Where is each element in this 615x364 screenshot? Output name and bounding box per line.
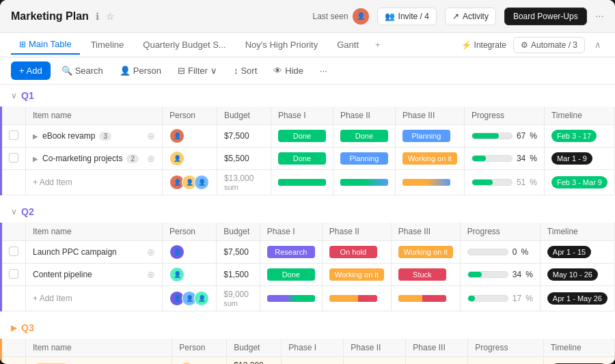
- row-phase3: Working on it: [391, 241, 460, 264]
- tab-quarterly-budget[interactable]: Quarterly Budget S...: [135, 36, 234, 54]
- q3-sum-phase1: [282, 357, 344, 365]
- row-add-icon[interactable]: ⊕: [147, 130, 155, 141]
- sum-phase3-q2: [391, 286, 460, 311]
- titlebar-left: Marketing Plan ℹ ☆: [11, 10, 313, 23]
- q1-toggle-icon[interactable]: ∨: [11, 91, 17, 100]
- q3-toggle-icon[interactable]: ▶: [11, 323, 17, 333]
- q2-table-wrap: Item name Person Budget Phase I Phase II…: [0, 223, 615, 311]
- row-checkbox[interactable]: [1, 241, 26, 264]
- person-cell: 👤: [169, 151, 210, 166]
- row-item-name: Content pipeline ⊕: [26, 264, 163, 286]
- person-avatar: 👤: [169, 244, 184, 260]
- row-checkbox[interactable]: [1, 148, 26, 170]
- tab-noy-high-priority[interactable]: Noy's High Priority: [237, 36, 327, 54]
- row-item-name: ▶ Co-marketing projects 2 ⊕: [26, 148, 163, 170]
- row-phase2: Done: [333, 125, 395, 148]
- expand-icon[interactable]: ▶: [33, 132, 38, 140]
- add-item-label[interactable]: + Add Item: [26, 170, 163, 195]
- sum-phase2-q2: [322, 286, 391, 311]
- row-budget: $5,500: [217, 148, 271, 170]
- checkbox-input[interactable]: [9, 269, 18, 279]
- more-options-icon[interactable]: ···: [595, 10, 604, 23]
- titlebar: Marketing Plan ℹ ☆ Last seen 👤 👥 Invite …: [0, 0, 615, 33]
- checkbox-input[interactable]: [9, 153, 18, 163]
- search-button[interactable]: 🔍 Search: [56, 62, 109, 79]
- row-person: 👤: [163, 241, 217, 264]
- progress-bar-fill: [472, 156, 486, 161]
- q3-sum-phase3: [406, 357, 468, 365]
- row-add-icon[interactable]: ⊕: [147, 269, 155, 280]
- filter-button[interactable]: ⊟ Filter ∨: [172, 62, 223, 79]
- person-cell: 👤: [169, 244, 209, 260]
- person-cell: 👤: [169, 128, 210, 143]
- add-tab-icon[interactable]: +: [370, 36, 386, 54]
- col-phase3: Phase III: [395, 107, 464, 125]
- group-q3-header[interactable]: ▶ Q3: [0, 317, 615, 339]
- person-cell: 👤: [169, 267, 209, 282]
- phase1-badge: Done: [278, 152, 326, 165]
- col-person: Person: [163, 107, 217, 125]
- tabs-more-icon[interactable]: ∧: [592, 37, 604, 53]
- col-phase2: Phase II: [322, 223, 391, 241]
- hide-button[interactable]: 👁 Hide: [268, 62, 309, 79]
- last-seen-label: Last seen 👤: [313, 8, 369, 25]
- row-checkbox[interactable]: [1, 264, 26, 286]
- row-add-icon[interactable]: ⊕: [147, 153, 155, 164]
- checkbox-input[interactable]: [9, 130, 18, 140]
- progress-cell: 67%: [472, 131, 537, 141]
- col-progress: Progress: [464, 107, 544, 125]
- expand-icon[interactable]: ▶: [33, 155, 38, 163]
- tab-gantt[interactable]: Gantt: [329, 36, 367, 54]
- star-icon[interactable]: ☆: [106, 11, 115, 22]
- q2-toggle-icon[interactable]: ∨: [11, 207, 17, 216]
- add-item-row[interactable]: + Add Item 👤 👤 👤 $13,000: [1, 170, 615, 195]
- checkbox-input[interactable]: [9, 247, 18, 256]
- progress-bar-fill: [468, 272, 482, 277]
- sum-progress-bg-q2: [467, 295, 508, 302]
- content-area: ∨ Q1 Item name Person Budget Phase I Pha…: [0, 85, 615, 364]
- sum-phase2: [333, 170, 395, 195]
- more-toolbar-button[interactable]: ···: [314, 62, 333, 79]
- toolbar: + Add 🔍 Search 👤 Person ⊟ Filter ∨ ↕ Sor…: [0, 57, 615, 85]
- automate-button[interactable]: ⚙ Automate / 3: [513, 37, 585, 53]
- row-timeline: Mar 1 - 9: [544, 148, 614, 170]
- timeline-badge: Apr 1 - 15: [547, 246, 591, 258]
- q3-collapsed-row[interactable]: 2 Items 👤 $12,000 sum: [1, 357, 615, 365]
- phase3-badge: Working on it: [398, 246, 453, 258]
- col-progress: Progress: [460, 223, 540, 241]
- row-checkbox[interactable]: [1, 125, 26, 148]
- invite-button[interactable]: 👥 Invite / 4: [377, 8, 437, 25]
- sum-progress-cell-q2: 17%: [467, 294, 533, 303]
- sum-progress-fill: [472, 180, 493, 185]
- add-item-row-q2[interactable]: + Add Item 👤 👤 👤 $9,000: [1, 286, 615, 311]
- progress-bar-bg: [467, 249, 508, 255]
- row-add-icon[interactable]: ⊕: [147, 247, 155, 257]
- sum-phase3: [395, 170, 464, 195]
- row-budget: $7,500: [217, 241, 260, 264]
- person-button[interactable]: 👤 Person: [114, 62, 167, 79]
- row-phase2: On hold: [322, 241, 391, 264]
- row-person: 👤: [163, 125, 217, 148]
- row-timeline: May 10 - 26: [540, 264, 614, 286]
- group-q2-header[interactable]: ∨ Q2: [0, 201, 615, 223]
- integrate-button[interactable]: ⚡ Integrate: [461, 40, 506, 50]
- board-power-ups-button[interactable]: Board Power-Ups: [504, 8, 587, 25]
- add-button[interactable]: + Add: [11, 61, 51, 80]
- tab-main-table[interactable]: ⊞ Main Table: [11, 35, 80, 55]
- row-phase3: Planning: [395, 125, 464, 148]
- tab-timeline[interactable]: Timeline: [83, 36, 133, 54]
- row-person: 👤: [163, 264, 217, 286]
- info-icon[interactable]: ℹ: [96, 11, 99, 22]
- sum-timeline-q2: Apr 1 - May 26: [540, 286, 614, 311]
- group-q1-header[interactable]: ∨ Q1: [0, 85, 615, 107]
- q3-sum-budget: $12,000 sum: [227, 357, 282, 365]
- col-checkbox: [1, 107, 26, 125]
- activity-button[interactable]: ↗ Activity: [445, 8, 496, 25]
- row-progress: 34%: [460, 264, 540, 286]
- row-progress: 67%: [464, 125, 544, 148]
- sort-button[interactable]: ↕ Sort: [228, 62, 262, 79]
- sort-icon: ↕: [234, 66, 238, 76]
- add-item-label[interactable]: + Add Item: [26, 286, 163, 311]
- col-budget: Budget: [217, 223, 260, 241]
- q3-items-badge-cell[interactable]: 2 Items: [26, 357, 172, 365]
